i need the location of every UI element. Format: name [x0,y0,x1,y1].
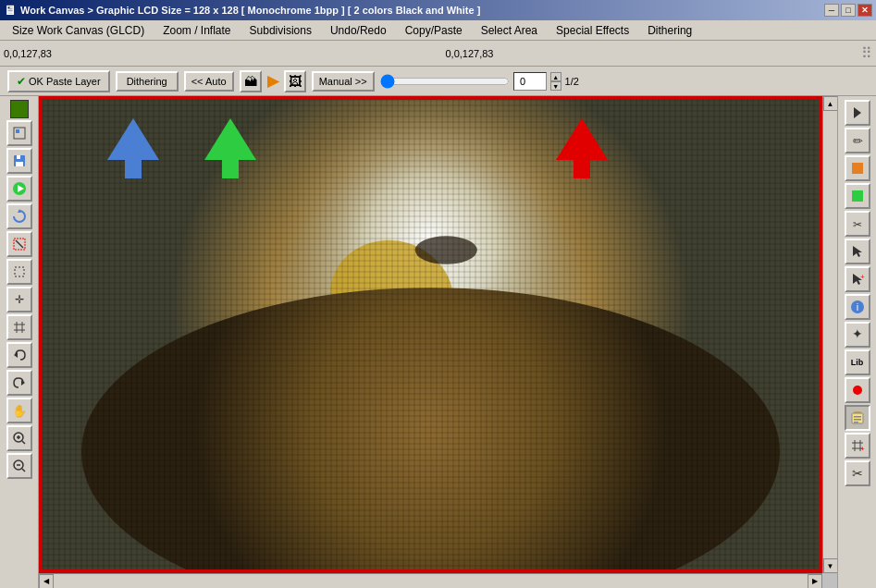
svg-text:✏: ✏ [852,134,862,148]
maximize-button[interactable]: □ [841,4,856,17]
right-color2-button[interactable] [845,183,870,209]
close-button[interactable]: ✕ [857,4,872,17]
zoom-out-button[interactable] [6,453,32,479]
grid-button[interactable] [6,314,32,340]
window-title: Work Canvas > Graphic LCD Size = 128 x 1… [20,5,480,16]
dither-slider[interactable] [380,74,510,89]
arrow-blue-shaft [125,160,142,178]
svg-line-9 [16,240,23,248]
svg-marker-26 [854,107,861,118]
svg-line-20 [22,441,25,444]
right-color1-button[interactable] [845,155,870,181]
svg-rect-1 [16,129,19,133]
left-toolbar: ✛ ✋ [0,96,39,588]
menu-item-size-work-canvas--glcd-[interactable]: Size Work Canvas (GLCD) [4,21,153,40]
source-image-button[interactable]: 🏔 [240,70,262,92]
app-icon: 🖥 [4,3,17,18]
scroll-down-button[interactable]: ▼ [823,558,838,573]
menu-item-subdivisions[interactable]: Subdivisions [241,21,320,40]
svg-rect-40 [854,416,861,418]
arrow-red-wrapper [556,118,608,178]
right-toolbar: ✏ ✂ + i ✦ Lib + [837,96,876,588]
svg-text:✛: ✛ [15,293,24,306]
svg-rect-28 [852,163,863,174]
slider-container: ▲ ▼ 1/2 [380,72,579,91]
save-button[interactable] [6,148,32,174]
right-dot-button[interactable] [845,377,870,403]
target-image-button[interactable]: 🖼 [284,70,306,92]
svg-text:✋: ✋ [12,403,27,418]
mountain-icon: 🏔 [244,74,257,89]
svg-text:✂: ✂ [852,466,863,481]
cut-selection-button[interactable] [6,231,32,257]
svg-point-37 [853,386,862,395]
right-grid2-button[interactable]: + [845,433,870,459]
arrow-blue-wrapper [107,118,159,178]
menu-item-undo-redo[interactable]: Undo/Redo [322,21,395,40]
coordinates-toolbar: 0,0,127,83 0,0,127,83 ⠿ [0,41,876,67]
undo-button[interactable] [6,342,32,368]
scroll-left-button[interactable]: ◀ [39,574,54,589]
spin-up-button[interactable]: ▲ [550,72,561,81]
right-scissors2-button[interactable]: ✂ [845,460,870,486]
menu-item-copy-paste[interactable]: Copy/Paste [397,21,471,40]
right-cross-button[interactable]: ✦ [845,322,870,348]
vertical-scrollbar[interactable]: ▲ ▼ [822,96,837,573]
selection-button[interactable] [6,259,32,285]
svg-text:+: + [860,445,865,453]
color-green-indicator [10,100,29,118]
svg-marker-31 [853,246,862,257]
horizontal-scrollbar[interactable]: ◀ ▶ [39,573,822,588]
right-pencil-button[interactable]: ✏ [845,128,870,153]
image-icon: 🖼 [289,74,302,89]
move-button[interactable]: ✛ [6,287,32,312]
dithering-toolbar: ✔ OK Paste Layer Dithering << Auto 🏔 ▶ 🖼… [0,67,876,96]
drag-handle: ⠿ [861,44,872,62]
manual-button[interactable]: Manual >> [312,71,375,92]
dither-value-input[interactable] [513,72,547,91]
right-nav-button[interactable] [845,100,870,126]
spin-down-button[interactable]: ▼ [550,81,561,91]
zoom-in-button[interactable] [6,425,32,451]
minimize-button[interactable]: ─ [824,4,839,17]
menu-item-special-effects[interactable]: Special Effects [548,21,637,40]
layers-button[interactable] [6,120,32,146]
svg-rect-4 [16,162,23,166]
canvas-area[interactable] [39,96,822,573]
arrow-red-head [556,118,608,160]
dithering-button[interactable]: Dithering [116,71,179,92]
menu-item-dithering[interactable]: Dithering [639,21,700,40]
redo-button[interactable] [6,370,32,396]
svg-rect-41 [854,419,861,421]
svg-text:✂: ✂ [853,218,862,231]
arrow-red-shaft [574,160,590,178]
spin-buttons: ▲ ▼ [550,72,561,91]
play-button[interactable] [6,176,32,202]
scroll-up-button[interactable]: ▲ [823,96,838,111]
right-lib-button[interactable]: Lib [845,349,870,375]
scroll-right-button[interactable]: ▶ [808,574,822,589]
svg-text:+: + [860,273,865,281]
svg-rect-29 [852,190,863,202]
main-area: ✛ ✋ [0,96,876,588]
right-scissors-button[interactable]: ✂ [845,211,870,237]
right-cursor1-button[interactable] [845,239,870,264]
hand-button[interactable]: ✋ [6,398,32,423]
canvas-wrapper: ◀ ▶ ▲ ▼ [39,96,837,588]
svg-text:i: i [856,301,857,312]
menu-item-select-area[interactable]: Select Area [473,21,546,40]
arrow-green-head [204,118,256,160]
auto-button[interactable]: << Auto [184,71,234,92]
refresh-button[interactable] [6,203,32,229]
title-bar-buttons: ─ □ ✕ [824,4,872,17]
ok-paste-button[interactable]: ✔ OK Paste Layer [7,70,110,92]
menu-bar: Size Work Canvas (GLCD)Zoom / InflateSub… [0,20,876,41]
menu-item-zoom---inflate[interactable]: Zoom / Inflate [154,21,239,40]
arrow-right-icon: ▶ [267,72,278,90]
coord-right: 0,0,127,83 [433,48,507,59]
svg-rect-10 [15,267,24,276]
right-cursor2-button[interactable]: + [845,266,870,292]
svg-line-24 [22,469,25,472]
right-paste-button[interactable] [845,405,870,431]
right-info-button[interactable]: i [845,294,870,320]
